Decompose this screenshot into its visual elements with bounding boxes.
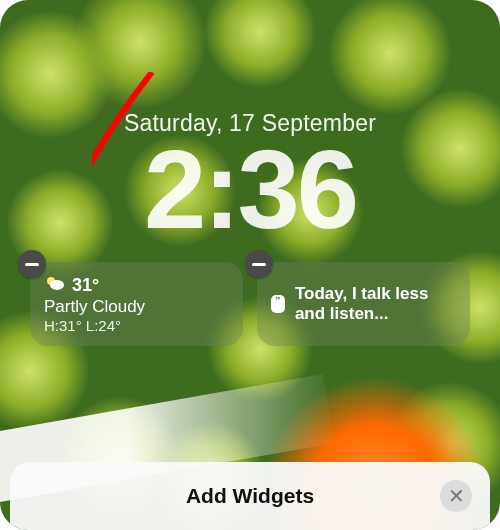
weather-partly-cloudy-icon xyxy=(44,274,66,297)
remove-weather-widget-button[interactable] xyxy=(18,250,46,278)
weather-temp: 31° xyxy=(72,275,99,296)
widget-row: 31° Partly Cloudy H:31° L:24° ” Today, I… xyxy=(30,262,470,346)
svg-point-1 xyxy=(50,280,64,290)
weather-condition: Partly Cloudy xyxy=(44,297,229,317)
weather-widget[interactable]: 31° Partly Cloudy H:31° L:24° xyxy=(30,262,243,346)
close-sheet-button[interactable]: ✕ xyxy=(440,480,472,512)
weather-hilo: H:31° L:24° xyxy=(44,317,229,334)
remove-affirmation-widget-button[interactable] xyxy=(245,250,273,278)
add-widgets-sheet[interactable]: Add Widgets ✕ xyxy=(10,462,490,530)
close-icon: ✕ xyxy=(448,484,465,508)
add-widgets-label: Add Widgets xyxy=(186,484,314,508)
speech-bubble-icon: ” xyxy=(271,295,285,313)
affirmation-widget[interactable]: ” Today, I talk less and listen... xyxy=(257,262,470,346)
affirmation-text: Today, I talk less and listen... xyxy=(295,284,456,324)
lockscreen-clock[interactable]: 2:36 xyxy=(0,134,500,246)
